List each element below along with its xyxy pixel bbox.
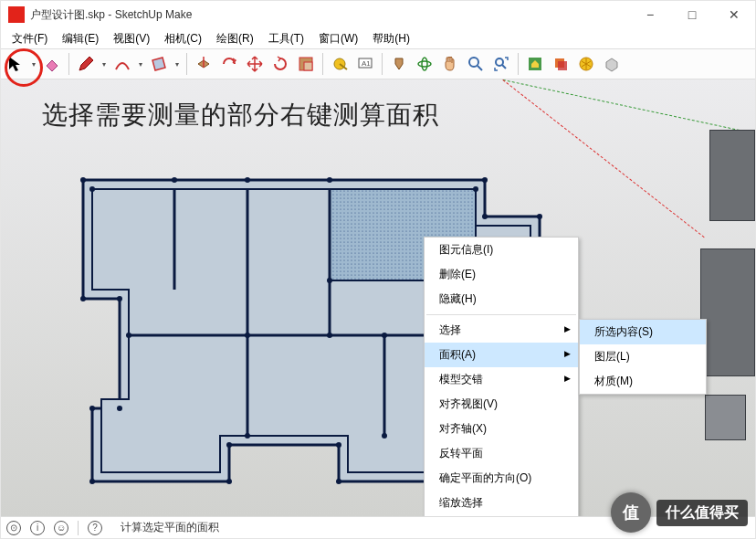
ctx-hide[interactable]: 隐藏(H) <box>425 287 578 312</box>
info-icon[interactable]: i <box>30 521 45 535</box>
svg-point-21 <box>89 186 95 192</box>
window-title: 户型设计图.skp - SketchUp Make <box>30 7 192 23</box>
watermark-badge: 值 <box>611 492 651 533</box>
warehouse-tool[interactable] <box>524 53 546 75</box>
rectangle-tool[interactable] <box>148 53 170 75</box>
pushpull-tool[interactable] <box>193 53 215 75</box>
scale-tool[interactable] <box>295 53 317 75</box>
svg-point-29 <box>327 333 332 338</box>
svg-point-5 <box>418 61 431 67</box>
svg-rect-1 <box>304 62 312 70</box>
context-submenu-area: 所选内容(S) 图层(L) 材质(M) <box>579 319 707 395</box>
svg-point-30 <box>382 333 387 338</box>
offset-tool[interactable] <box>218 53 240 75</box>
maximize-button[interactable]: □ <box>671 1 713 28</box>
context-menu: 图元信息(I) 删除(E) 隐藏(H) 选择▶ 面积(A)▶ 模型交错▶ 对齐视… <box>424 237 579 516</box>
app-icon <box>8 6 25 23</box>
layers-tool[interactable] <box>550 53 572 75</box>
svg-point-32 <box>117 406 122 411</box>
person-icon[interactable]: ☺ <box>54 521 68 535</box>
watermark-text: 什么值得买 <box>656 500 748 526</box>
component-tool[interactable] <box>575 53 597 75</box>
text-tool[interactable]: A1 <box>354 53 376 75</box>
ctx-area-layer[interactable]: 图层(L) <box>580 344 706 369</box>
svg-point-33 <box>89 406 95 411</box>
svg-point-6 <box>422 58 427 70</box>
window-controls: − □ ✕ <box>629 1 755 28</box>
move-tool[interactable] <box>244 53 266 75</box>
svg-point-38 <box>336 479 341 484</box>
arc-dropdown[interactable]: ▾ <box>137 53 144 75</box>
svg-point-16 <box>80 177 86 183</box>
minimize-button[interactable]: − <box>629 1 671 28</box>
geo-icon[interactable]: ⊙ <box>6 521 21 535</box>
title-bar: 户型设计图.skp - SketchUp Make − □ ✕ <box>1 1 755 28</box>
ctx-intersect[interactable]: 模型交错▶ <box>425 367 578 392</box>
pencil-tool[interactable] <box>75 53 97 75</box>
svg-point-8 <box>496 58 503 66</box>
ctx-align-axes[interactable]: 对齐轴(X) <box>425 417 578 441</box>
menu-camera[interactable]: 相机(C) <box>157 29 209 48</box>
ctx-area-material[interactable]: 材质(M) <box>580 369 706 394</box>
menu-file[interactable]: 文件(F) <box>5 29 55 48</box>
svg-point-22 <box>473 186 478 192</box>
orbit-tool[interactable] <box>414 53 436 75</box>
svg-point-47 <box>382 433 387 439</box>
zoom-tool[interactable] <box>465 53 487 75</box>
eraser-tool[interactable] <box>41 53 63 75</box>
rotate-tool[interactable] <box>269 53 291 75</box>
svg-point-27 <box>126 333 131 338</box>
svg-point-35 <box>226 479 232 484</box>
zoom-extents-tool[interactable] <box>490 53 512 75</box>
menu-window[interactable]: 窗口(W) <box>311 29 365 48</box>
rectangle-dropdown[interactable]: ▾ <box>173 53 181 75</box>
ctx-select[interactable]: 选择▶ <box>425 318 578 343</box>
svg-point-19 <box>327 177 332 183</box>
svg-rect-11 <box>558 61 567 70</box>
svg-point-26 <box>117 296 122 301</box>
toolbar: ▾ ▾ ▾ ▾ A1 <box>1 48 755 79</box>
menu-help[interactable]: 帮助(H) <box>365 29 417 48</box>
svg-point-34 <box>89 479 95 484</box>
status-text: 计算选定平面的面积 <box>121 520 219 535</box>
annotation-text: 选择需要测量的部分右键测算面积 <box>42 98 439 132</box>
ctx-reverse-faces[interactable]: 反转平面 <box>425 441 578 466</box>
extension-tool[interactable] <box>601 53 623 75</box>
svg-point-28 <box>245 333 250 338</box>
svg-point-25 <box>80 296 86 301</box>
select-tool[interactable] <box>5 53 26 75</box>
close-button[interactable]: ✕ <box>713 1 755 28</box>
paint-tool[interactable] <box>388 53 410 75</box>
menu-draw[interactable]: 绘图(R) <box>209 29 261 48</box>
ctx-align-view[interactable]: 对齐视图(V) <box>425 392 578 417</box>
help-icon[interactable]: ? <box>88 521 102 535</box>
svg-point-18 <box>245 177 250 183</box>
tape-tool[interactable] <box>329 53 351 75</box>
svg-point-46 <box>245 433 250 439</box>
svg-point-36 <box>226 442 232 448</box>
svg-point-37 <box>336 442 341 448</box>
ctx-area[interactable]: 面积(A)▶ <box>425 343 578 367</box>
ctx-orient-faces[interactable]: 确定平面的方向(O) <box>425 466 578 491</box>
pencil-dropdown[interactable]: ▾ <box>100 53 108 75</box>
ctx-delete[interactable]: 删除(E) <box>425 262 578 287</box>
arc-tool[interactable] <box>111 53 133 75</box>
menu-view[interactable]: 视图(V) <box>106 29 157 48</box>
menu-bar: 文件(F) 编辑(E) 视图(V) 相机(C) 绘图(R) 工具(T) 窗口(W… <box>1 28 755 48</box>
pan-tool[interactable] <box>439 53 461 75</box>
ctx-zoom-selection[interactable]: 缩放选择 <box>425 491 578 515</box>
ctx-entity-info[interactable]: 图元信息(I) <box>425 238 578 262</box>
select-dropdown[interactable]: ▾ <box>30 53 37 75</box>
viewport[interactable]: 选择需要测量的部分右键测算面积 <box>1 79 755 516</box>
menu-tools[interactable]: 工具(T) <box>261 29 311 48</box>
svg-point-7 <box>469 58 478 67</box>
svg-point-24 <box>327 278 332 283</box>
svg-text:A1: A1 <box>362 59 371 68</box>
ctx-area-selection[interactable]: 所选内容(S) <box>580 320 706 344</box>
svg-point-17 <box>172 177 177 183</box>
watermark: 值 什么值得买 <box>611 492 748 533</box>
menu-edit[interactable]: 编辑(E) <box>55 29 106 48</box>
